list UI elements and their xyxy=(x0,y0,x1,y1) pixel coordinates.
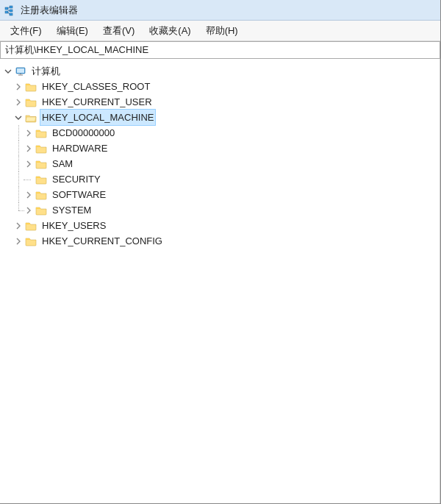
svg-line-6 xyxy=(8,12,10,14)
node-label: HKEY_CLASSES_ROOT xyxy=(40,79,152,94)
svg-rect-11 xyxy=(20,74,21,74)
node-label: SYSTEM xyxy=(50,202,93,218)
node-label: 计算机 xyxy=(29,63,62,79)
folder-icon xyxy=(35,205,47,216)
node-label: BCD00000000 xyxy=(50,125,117,141)
tree-node-hklm[interactable]: HKEY_LOCAL_MACHINE xyxy=(3,110,440,125)
window-title: 注册表编辑器 xyxy=(21,4,78,17)
folder-icon xyxy=(35,158,47,170)
folder-open-icon xyxy=(25,112,37,124)
chevron-right-icon[interactable] xyxy=(24,156,34,171)
svg-rect-4 xyxy=(10,13,12,15)
folder-icon xyxy=(25,96,37,108)
tree-node-software[interactable]: SOFTWARE xyxy=(3,187,440,202)
tree-node-system[interactable]: SYSTEM xyxy=(3,202,440,218)
chevron-right-icon[interactable] xyxy=(13,218,24,233)
node-label: HARDWARE xyxy=(50,141,110,156)
computer-icon xyxy=(15,65,26,77)
folder-icon xyxy=(35,174,47,185)
folder-icon xyxy=(35,189,47,201)
svg-rect-9 xyxy=(17,68,24,73)
tree-node-hkcr[interactable]: HKEY_CLASSES_ROOT xyxy=(3,79,440,94)
tree-node-hardware[interactable]: HARDWARE xyxy=(3,141,440,156)
chevron-right-icon[interactable] xyxy=(24,202,34,218)
node-label: SECURITY xyxy=(50,171,103,187)
tree-node-hku[interactable]: HKEY_USERS xyxy=(3,218,440,233)
node-label: HKEY_CURRENT_USER xyxy=(40,94,154,110)
regedit-app-icon xyxy=(4,4,16,16)
tree-node-sam[interactable]: SAM xyxy=(3,156,440,171)
menu-edit[interactable]: 编辑(E) xyxy=(49,22,96,40)
chevron-right-icon[interactable] xyxy=(13,79,24,94)
svg-rect-10 xyxy=(18,74,23,76)
chevron-right-icon[interactable] xyxy=(24,125,34,141)
folder-icon xyxy=(35,143,47,155)
chevron-right-icon[interactable] xyxy=(13,233,24,249)
node-label: HKEY_LOCAL_MACHINE xyxy=(40,109,156,126)
tree-node-computer[interactable]: 计算机 xyxy=(3,63,440,79)
menu-help[interactable]: 帮助(H) xyxy=(198,22,245,40)
menu-view[interactable]: 查看(V) xyxy=(96,22,142,40)
node-label: HKEY_CURRENT_CONFIG xyxy=(40,233,165,249)
node-label: SAM xyxy=(50,156,75,171)
address-bar[interactable]: 计算机\HKEY_LOCAL_MACHINE xyxy=(0,41,440,59)
registry-tree[interactable]: 计算机 HKEY_CLASSES_ROOT HKEY_CURRENT_USER … xyxy=(0,59,440,504)
tree-node-security[interactable]: SECURITY xyxy=(3,171,440,187)
chevron-down-icon[interactable] xyxy=(13,110,24,125)
svg-line-5 xyxy=(8,7,10,8)
address-path: 计算机\HKEY_LOCAL_MACHINE xyxy=(5,43,148,57)
menubar: 文件(F) 编辑(E) 查看(V) 收藏夹(A) 帮助(H) xyxy=(0,21,440,41)
folder-icon xyxy=(25,220,37,232)
folder-icon xyxy=(35,127,47,139)
menu-favorites[interactable]: 收藏夹(A) xyxy=(142,22,198,40)
svg-rect-3 xyxy=(10,10,12,12)
chevron-right-icon[interactable] xyxy=(24,187,34,202)
node-label: HKEY_USERS xyxy=(40,218,108,233)
svg-rect-0 xyxy=(5,7,8,10)
menu-file[interactable]: 文件(F) xyxy=(3,22,49,40)
chevron-right-icon[interactable] xyxy=(13,94,24,110)
node-label: SOFTWARE xyxy=(50,187,108,202)
tree-node-bcd[interactable]: BCD00000000 xyxy=(3,125,440,141)
tree-node-hkcc[interactable]: HKEY_CURRENT_CONFIG xyxy=(3,233,440,249)
svg-rect-2 xyxy=(10,6,12,8)
svg-rect-1 xyxy=(5,11,8,13)
folder-icon xyxy=(25,235,37,247)
titlebar: 注册表编辑器 xyxy=(0,0,440,21)
chevron-down-icon[interactable] xyxy=(3,63,13,79)
tree-node-hkcu[interactable]: HKEY_CURRENT_USER xyxy=(3,94,440,110)
chevron-right-icon[interactable] xyxy=(24,141,34,156)
folder-icon xyxy=(25,81,37,93)
svg-line-7 xyxy=(8,10,10,11)
